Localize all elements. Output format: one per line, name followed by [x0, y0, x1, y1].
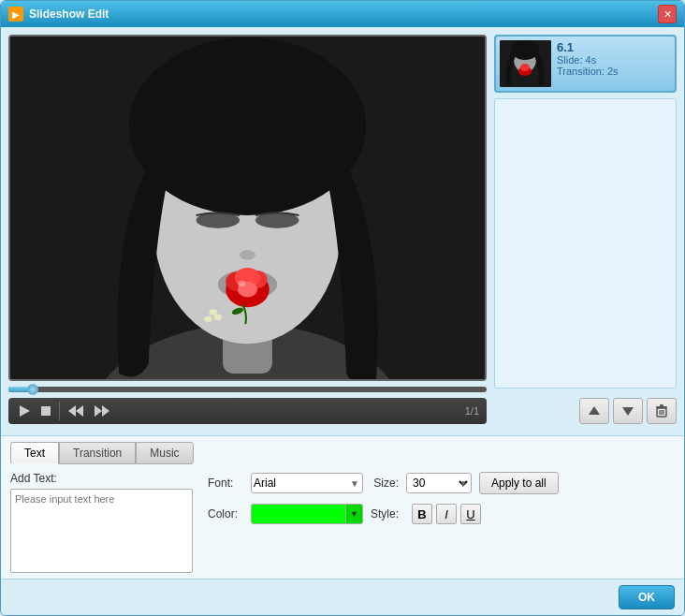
time-display: 1/1	[465, 405, 479, 417]
size-select[interactable]: 30 12 14 18 24 36 48	[406, 473, 472, 493]
svg-marker-23	[95, 405, 102, 417]
slide-transition: Transition: 2s	[557, 66, 671, 77]
svg-rect-33	[656, 406, 667, 408]
svg-point-14	[238, 281, 245, 286]
svg-marker-30	[589, 406, 600, 415]
move-up-button[interactable]	[579, 398, 609, 424]
svg-marker-21	[68, 405, 76, 417]
slide-duration: Slide: 4s	[557, 54, 671, 66]
progress-indicator	[27, 384, 38, 395]
progress-bar[interactable]	[8, 387, 487, 392]
left-panel: 1/1	[8, 35, 487, 428]
size-select-wrapper: 30 12 14 18 24 36 48 ▼	[406, 473, 472, 493]
tab-transition[interactable]: Transition	[59, 442, 136, 464]
bottom-section: Text Transition Music Add Text: Font: Ar…	[1, 435, 684, 579]
text-input[interactable]	[10, 489, 193, 573]
size-label: Size:	[371, 477, 399, 490]
tab-music[interactable]: Music	[136, 442, 193, 464]
svg-point-29	[520, 64, 530, 71]
svg-marker-31	[622, 407, 634, 416]
slide-list-area	[494, 98, 677, 389]
main-window: ▶ Slideshow Edit ✕	[0, 0, 685, 616]
footer: OK	[1, 579, 684, 615]
svg-marker-19	[20, 405, 30, 417]
video-preview	[8, 35, 487, 381]
font-select[interactable]: Arial Times New Roman Verdana	[251, 473, 363, 493]
add-text-label: Add Text:	[10, 472, 193, 485]
progress-container[interactable]	[8, 387, 487, 392]
title-bar-left: ▶ Slideshow Edit	[8, 7, 109, 22]
close-button[interactable]: ✕	[658, 5, 677, 23]
prev-frame-button[interactable]	[66, 403, 86, 419]
color-picker[interactable]: ▼	[251, 504, 363, 524]
bold-button[interactable]: B	[412, 504, 432, 524]
font-label: Font:	[208, 477, 243, 490]
style-buttons: B I U	[412, 504, 481, 524]
slide-info: 6.1 Slide: 4s Transition: 2s	[557, 40, 671, 77]
font-select-wrapper: Arial Times New Roman Verdana ▼	[251, 473, 363, 493]
delete-button[interactable]	[647, 398, 677, 424]
add-text-section: Add Text:	[10, 472, 193, 573]
font-controls: Font: Arial Times New Roman Verdana ▼ Si…	[208, 472, 559, 524]
svg-marker-24	[102, 405, 109, 417]
svg-point-18	[209, 309, 216, 315]
apply-all-button[interactable]: Apply to all	[479, 472, 559, 494]
right-panel: 6.1 Slide: 4s Transition: 2s	[494, 35, 677, 428]
play-button[interactable]	[16, 403, 33, 419]
slide-item[interactable]: 6.1 Slide: 4s Transition: 2s	[494, 35, 677, 93]
slide-number: 6.1	[557, 40, 671, 54]
color-label: Color:	[208, 507, 243, 521]
svg-marker-22	[76, 405, 83, 417]
svg-rect-34	[660, 404, 663, 406]
separator	[59, 402, 60, 420]
nav-buttons	[494, 394, 677, 428]
slide-thumb-inner	[500, 40, 551, 87]
svg-point-16	[204, 316, 211, 322]
svg-point-17	[214, 315, 222, 320]
move-down-button[interactable]	[613, 398, 643, 424]
style-label: Style:	[371, 507, 404, 521]
app-icon: ▶	[8, 7, 23, 22]
color-dropdown-arrow[interactable]: ▼	[345, 505, 362, 523]
color-row: Color: ▼ Style: B I U	[208, 504, 559, 524]
svg-rect-20	[41, 406, 51, 416]
main-content: 1/1	[1, 27, 684, 435]
svg-point-7	[240, 250, 255, 260]
tab-text[interactable]: Text	[10, 442, 59, 464]
thumb-svg	[500, 40, 551, 87]
title-bar: ▶ Slideshow Edit ✕	[1, 1, 684, 27]
controls-bar: 1/1	[8, 398, 487, 424]
italic-button[interactable]: I	[436, 504, 457, 524]
slide-thumbnail	[500, 40, 551, 87]
stop-button[interactable]	[38, 403, 53, 418]
window-title: Slideshow Edit	[29, 7, 109, 21]
photo-svg	[10, 37, 485, 379]
underline-button[interactable]: U	[460, 504, 481, 524]
photo-background	[10, 37, 485, 379]
tab-bar: Text Transition Music	[10, 442, 675, 464]
tab-content: Add Text: Font: Arial Times New Roman Ve…	[10, 472, 675, 573]
font-row: Font: Arial Times New Roman Verdana ▼ Si…	[208, 472, 559, 494]
ok-button[interactable]: OK	[619, 585, 675, 609]
next-frame-button[interactable]	[92, 403, 112, 419]
